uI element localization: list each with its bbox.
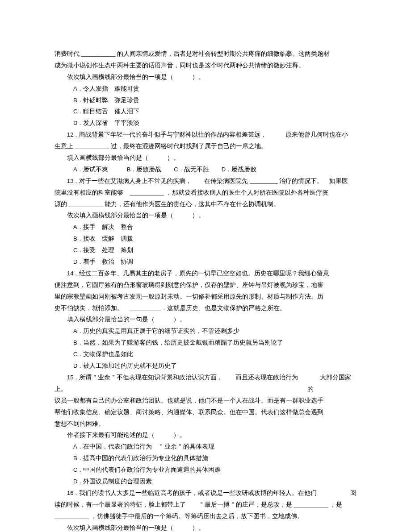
q12-options: A．屡试不爽B．屡败屡战C．战无不胜D．屡战屡败 [55, 164, 356, 175]
intro-line-2: 成为微小说创作生态中两种主要的话语声音，同时也是这个时代两种公共情绪的微妙注释。 [55, 60, 356, 71]
document-page: 消费时代 ___________ 的人间亲情或爱情，后者是对社会转型时期公共疼痛… [0, 0, 411, 532]
q15-text-1b: 大部分国家的 [307, 372, 356, 395]
q13-option-b: B．接收 缓解 调拨 [55, 233, 356, 245]
q14-line-1: 14．经过二百多年、几易其主的老房子，原先的一切早已空空如也。历史在哪里呢？我细… [55, 268, 356, 279]
q14-option-d: D．被人工添加过的历史就不是历史了 [55, 360, 356, 372]
q14-opt-b-text: 当然，如果为了赚游客的钱，给历史披金戴银而糟蹋了历史就另当别论了 [83, 339, 283, 346]
option-label-a: A． [73, 224, 83, 230]
q13-opt-d-text: 着手 救治 协调 [83, 258, 133, 265]
q11-opt-c-text: 瞠目结舌 催人泪下 [83, 108, 139, 115]
q14-option-c: C．文物保护也是如此 [55, 349, 356, 360]
q14-prompt: 填入横线部分最恰当的一句是（ ）。 [55, 314, 356, 325]
q15-number: 15． [67, 374, 79, 381]
option-label-c: C． [73, 351, 83, 357]
q15-text-1a: 所谓＂业余＂不但表现在知识背景和政治认识方面， 而且还表现在政治行为上。 [55, 374, 298, 392]
q14-text-1: 经过二百多年、几易其主的老房子，原先的一切早已空空如也。历史在哪里呢？我细心留意 [79, 270, 329, 277]
q16-line-3: ___________ ，仿佛赌徒手中最后的一个筹码。等筹码压出去之后，放下图书… [55, 511, 356, 522]
q11-opt-b-text: 针砭时弊 弥足珍贵 [83, 97, 139, 104]
q13-option-c: C．接受 处理 筹划 [55, 245, 356, 256]
option-label-d: D． [73, 362, 83, 369]
q13-text-1: 对于一些在艾滋病人身上不常见的疾病， 在传染病医院先 _________ 治疗的… [79, 178, 348, 184]
q12-label-b: B． [127, 166, 137, 173]
intro-line-1: 消费时代 ___________ 的人间亲情或爱情，后者是对社会转型时期公共疼痛… [55, 48, 356, 60]
q13-number: 13． [67, 178, 79, 184]
option-label-c: C． [73, 466, 83, 473]
q16-number: 16． [67, 490, 79, 496]
q11-option-c: C．瞠目结舌 催人泪下 [55, 106, 356, 117]
q14-opt-d-text: 被人工添加过的历史就不是历史了 [83, 362, 177, 369]
option-label-b: B． [73, 97, 83, 104]
q12-number: 12． [67, 131, 79, 138]
q12-text-1: 商战背景下年轻一代的奋斗似乎与宁财神以往的作品内容相差甚远， 原来他曾几何时也在… [79, 131, 348, 138]
q15-option-d: D．外国议员制度的合理因素 [55, 476, 356, 487]
option-label-d: D． [73, 478, 83, 485]
q14-line-2: 便注意到，它圆厅独有的凸形窗玻璃得到刻意的保护，仅存的壁炉、座钟与吊灯被视为珍宝… [55, 279, 356, 291]
q15-line-2: 议员一般都有自己的办公室和政治团队。也就是说，他们不是一个人在战斗。而是有一群职… [55, 395, 356, 407]
q15-opt-b-text: 提高中国的代表们政治行为专业化的具体措施 [83, 455, 208, 461]
q15-option-b: B．提高中国的代表们政治行为专业化的具体措施 [55, 453, 356, 464]
q11-option-a: A．令人发指 难能可贵 [55, 83, 356, 95]
q12-line-2: 生意上 ___________ 过，最终在混迹网络时代时找到了属于自己的一席之地… [55, 141, 356, 152]
q16-line-1: 16．我们的读书人大多是一些临近高考的孩子，或者说是一些攻研或攻博的年轻人。在他… [55, 487, 356, 499]
q15-option-a: A．在中国，代表们政治行为 ＂业余＂的具体表现 [55, 441, 356, 453]
q16-text-2b: ＂最后一搏＂的庄严，是总攻，是 ___________ ，是 [198, 501, 342, 508]
option-label-c: C． [73, 247, 83, 254]
q14-number: 14． [67, 270, 79, 277]
option-label-b: B． [73, 455, 83, 461]
q13-option-a: A．接手 解决 整合 [55, 221, 356, 233]
q14-option-b: B．当然，如果为了赚游客的钱，给历史披金戴银而糟蹋了历史就另当别论了 [55, 337, 356, 349]
option-label-d: D． [73, 258, 83, 265]
q15-line-1: 15．所谓＂业余＂不但表现在知识背景和政治认识方面， 而且还表现在政治行为上。大… [55, 372, 356, 395]
option-label-b: B． [73, 339, 83, 346]
q11-opt-d-text: 发人深省 平平淡淡 [83, 120, 139, 126]
option-label-b: B． [73, 235, 83, 242]
q16-text-1b: 阅 [338, 487, 356, 499]
q12-label-a: A． [73, 166, 83, 173]
q15-opt-d-text: 外国议员制度的合理因素 [83, 478, 152, 485]
q11-opt-a-text: 令人发指 难能可贵 [83, 85, 139, 92]
q15-line-3: 帮他们收集信息、确定议题、商讨策略、沟通媒体、联系民众。但在中国。代表们这样做总… [55, 407, 356, 418]
q14-opt-a-text: 历史的真实是用真正属于它的细节证实的，不管还剩多少 [83, 328, 239, 334]
q15-line-4: 意想不到的困难。 [55, 418, 356, 430]
q13-line-1: 13．对于一些在艾滋病人身上不常见的疾病， 在传染病医院先 _________ … [55, 175, 356, 187]
q13-prompt: 依次填入画横线部分最恰当的一项是（ ）。 [55, 210, 356, 221]
q12-label-c: C． [174, 166, 184, 173]
q12-label-d: D． [222, 166, 231, 173]
q13-line-2: 院里没有相应的科室能够 ___________ ，那就要看接收病人的医生个人对所… [55, 187, 356, 199]
q12-line-1: 12．商战背景下年轻一代的奋斗似乎与宁财神以往的作品内容相差甚远， 原来他曾几何… [55, 129, 356, 141]
q11-prompt: 依次填入画横线部分最恰当的一项是（ ）。 [55, 71, 356, 83]
q15-option-c: C．中国的代表们在政治行为专业方面遭遇的具体困难 [55, 464, 356, 476]
q15-opt-c-text: 中国的代表们在政治行为专业方面遭遇的具体困难 [83, 466, 221, 473]
option-label-a: A． [73, 328, 83, 334]
q11-option-d: D．发人深省 平平淡淡 [55, 117, 356, 129]
q15-prompt: 作者接下来最有可能论述的是（ ）。 [55, 429, 356, 441]
q16-text-2a: 读的时候，有一个最显著的特征，脸上都带上了 [55, 501, 186, 508]
q14-opt-c-text: 文物保护也是如此 [83, 351, 133, 357]
option-label-a: A． [73, 85, 83, 92]
option-label-d: D． [73, 120, 83, 126]
q13-opt-b-text: 接收 缓解 调拨 [83, 235, 133, 242]
q14-line-3: 里的宗教壁画如同刚被考古发现一般原封未动。一切修补都采用原先的形制、材质与制作方… [55, 291, 356, 303]
q13-option-d: D．着手 救治 协调 [55, 256, 356, 268]
q14-option-a: A．历史的真实是用真正属于它的细节证实的，不管还剩多少 [55, 325, 356, 337]
q15-opt-a-text: 在中国，代表们政治行为 ＂业余＂的具体表现 [83, 443, 214, 450]
q13-opt-a-text: 接手 解决 整合 [83, 224, 133, 230]
q16-text-1a: 我们的读书人大多是一些临近高考的孩子，或者说是一些攻研或攻博的年轻人。在他们 [79, 490, 317, 496]
option-label-c: C． [73, 108, 83, 115]
q13-line-3: 源的 ___________ 能力，还有他作为医生的责任心，这其中不存在什么协调… [55, 199, 356, 210]
q16-line-2: 读的时候，有一个最显著的特征，脸上都带上了＂最后一搏＂的庄严，是总攻，是 ___… [55, 499, 356, 511]
q12-prompt: 填入画横线部分最恰当的是（ ）。 [55, 152, 356, 164]
option-label-a: A． [73, 443, 83, 450]
q11-option-b: B．针砭时弊 弥足珍贵 [55, 95, 356, 106]
q13-opt-c-text: 接受 处理 筹划 [83, 247, 133, 254]
q14-line-4: 史不怕缺失，就怕添加。 __________．这就是历史、也是文物保护的严格之所… [55, 303, 356, 314]
q16-prompt: 依次填入画横线部分最恰当的一项是（ ）。 [55, 522, 356, 532]
